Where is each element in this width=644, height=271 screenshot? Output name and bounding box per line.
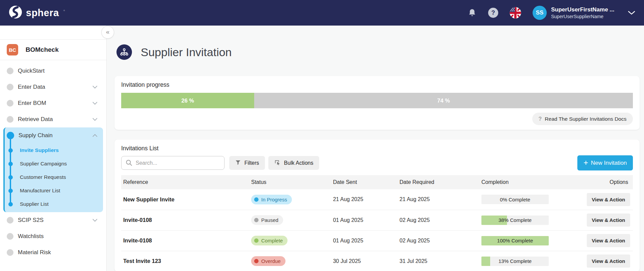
chevron-down-icon [92,118,98,121]
table-row[interactable]: Invite-0108 Complete 01 Aug 2025 02 Aug … [121,230,633,251]
question-icon: ? [539,116,542,122]
sidebar: BC BOMcheck QuickStart Enter Data Enter … [0,26,107,271]
sidebar-item-supply-chain[interactable]: Supply Chain [5,127,103,144]
nav-bullet-icon [8,202,13,206]
table-row[interactable]: Invite-0108 Paused 01 Aug 2025 02 Aug 20… [121,210,633,230]
completion-bar: 100% Complete [481,236,549,245]
progress-segment-remaining: 74 % [254,93,633,108]
bulk-cursor-icon [274,159,281,167]
column-header-completion: Completion [479,175,582,189]
chevron-down-icon [92,219,98,222]
user-name: SuperUserFirstName ... [551,6,614,13]
reference-cell: New Supplier Invite [121,189,249,210]
nav-bullet-icon [7,233,13,240]
chevron-down-icon [92,102,98,105]
filters-label: Filters [244,160,259,166]
completion-label: 13% Complete [481,257,549,266]
view-action-button[interactable]: View & Action [587,234,630,247]
date-sent-cell: 01 Aug 2025 [331,230,398,251]
status-dot-icon [254,197,259,202]
bulk-actions-button[interactable]: Bulk Actions [268,156,319,170]
sidebar-collapse-button[interactable]: « [101,26,114,39]
read-docs-button[interactable]: ? Read The Supplier Invitations Docs [532,113,633,125]
nav-bullet-icon [7,217,13,224]
column-header-status: Status [249,175,331,189]
read-docs-label: Read The Supplier Invitations Docs [545,116,626,122]
app-name: BOMcheck [26,46,59,53]
new-invitation-button[interactable]: + New Invitation [577,155,633,170]
app-switcher-bomcheck[interactable]: BC BOMcheck [0,40,106,60]
language-flag-icon[interactable] [510,7,521,18]
column-header-date-sent: Date Sent [331,175,398,189]
sidebar-group-retrieve-data: Retrieve Data [0,111,106,127]
sidebar-item-material-risk[interactable]: Material Risk [0,244,106,261]
search-box [121,156,225,170]
notifications-bell-icon[interactable] [468,8,477,17]
sidebar-item-scip-s2s[interactable]: SCIP S2S [0,212,106,228]
sidebar-nav: QuickStart Enter Data Enter BOM Retrieve… [0,60,106,261]
view-action-button[interactable]: View & Action [587,214,630,227]
reference-cell: Invite-0108 [121,210,249,230]
view-action-button[interactable]: View & Action [587,255,630,268]
sidebar-item-supplier-list[interactable]: Supplier List [5,197,103,211]
sidebar-item-invite-suppliers[interactable]: Invite Suppliers [5,144,103,157]
user-organization: SuperUserSupplierName [551,13,614,20]
help-icon[interactable]: ? [488,8,498,18]
sidebar-group-enter-data: Enter Data [0,79,106,95]
bulk-actions-label: Bulk Actions [284,160,313,166]
table-row[interactable]: Test Invite 123 Overdue 30 Jul 2025 31 J… [121,251,633,271]
docs-row: ? Read The Supplier Invitations Docs [121,113,633,125]
sidebar-item-manufacturer-list[interactable]: Manufacturer List [5,184,103,197]
account-menu[interactable]: SS SuperUserFirstName ... SuperUserSuppl… [533,6,614,20]
brand-logo[interactable]: sphera ° [9,5,65,20]
header-actions: ? SS Su [468,6,635,20]
chevron-down-icon [92,85,98,89]
account-names: SuperUserFirstName ... SuperUserSupplier… [551,6,614,19]
table-row[interactable]: New Supplier Invite In Progress 21 Aug 2… [121,189,633,210]
sidebar-group-watchlists: Watchlists [0,228,106,244]
date-required-cell: 21 Aug 2025 [398,189,479,210]
account-chevron-down-icon[interactable] [628,11,635,15]
sidebar-item-enter-bom[interactable]: Enter BOM [0,95,106,111]
sidebar-item-watchlists[interactable]: Watchlists [0,228,106,244]
sidebar-group-scip-s2s: SCIP S2S [0,212,106,228]
search-input[interactable] [121,156,225,170]
reference-cell: Invite-0108 [121,230,249,251]
supplier-invitation-org-chart-icon [116,44,132,60]
bomcheck-app-icon: BC [7,44,18,55]
filters-button[interactable]: Filters [229,156,265,170]
chevron-up-icon [92,134,98,137]
sidebar-item-retrieve-data[interactable]: Retrieve Data [0,111,106,127]
sidebar-item-customer-requests[interactable]: Customer Requests [5,170,103,184]
column-header-options: Options [582,175,633,189]
invitations-table: Reference Status Date Sent Date Required… [121,175,633,271]
nav-bullet-icon [7,116,13,123]
progress-card-title: Invitation progress [121,81,633,88]
nav-bullet-icon [8,189,13,193]
sidebar-group-quickstart: QuickStart [0,63,106,79]
sidebar-subitems: Invite Suppliers Supplier Campaigns Cust… [5,144,103,212]
sidebar-item-quickstart[interactable]: QuickStart [0,63,106,79]
date-sent-cell: 21 Aug 2025 [331,189,398,210]
progress-segment-complete: 26 % [121,93,254,108]
sidebar-group-material-risk: Material Risk [0,244,106,261]
view-action-button[interactable]: View & Action [587,193,630,206]
nav-bullet-icon [7,249,13,256]
list-card-title: Invitations List [121,145,633,152]
status-badge: Paused [251,215,283,225]
avatar: SS [533,6,547,20]
brand-name: sphera [26,7,59,18]
table-header-row: Reference Status Date Sent Date Required… [121,175,633,189]
brand-trademark: ° [63,9,65,14]
sidebar-item-supplier-campaigns[interactable]: Supplier Campaigns [5,157,103,170]
status-dot-icon [254,259,259,263]
status-badge: Overdue [251,256,285,266]
sidebar-group-supply-chain: Supply Chain Invite Suppliers Supplier C… [3,127,103,212]
invitation-progress-bar: 26 % 74 % [121,93,633,108]
sidebar-item-enter-data[interactable]: Enter Data [0,79,106,95]
nav-bullet-icon [7,68,13,74]
main-content: Supplier Invitation Invitation progress … [107,26,644,271]
column-header-reference: Reference [121,175,249,189]
sidebar-group-enter-bom: Enter BOM [0,95,106,111]
list-toolbar: Filters Bulk Actions + New Invitation [121,155,633,170]
